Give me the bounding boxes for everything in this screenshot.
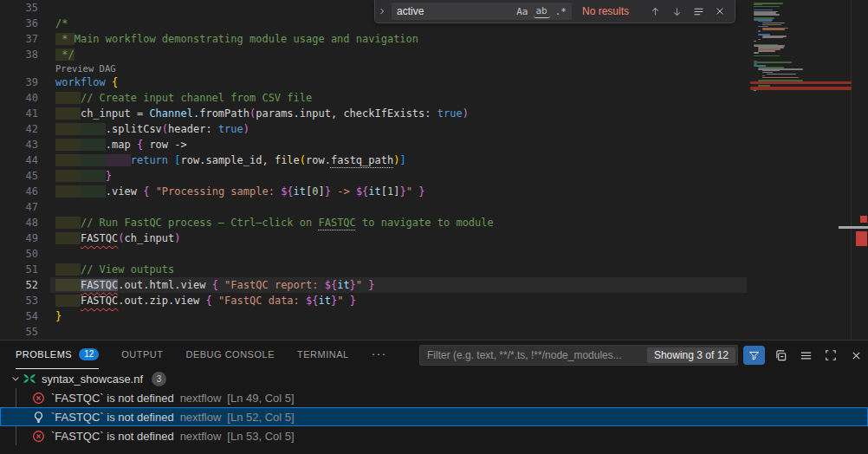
more-actions-button[interactable]: ···	[372, 346, 387, 364]
minimap-line	[754, 55, 780, 57]
minimap-line	[762, 75, 765, 77]
close-panel-button[interactable]	[846, 346, 865, 365]
problem-location: [Ln 53, Col 5]	[227, 430, 294, 443]
code-text: // Run FastQC process – Ctrl–click on FA…	[50, 215, 494, 230]
minimap[interactable]	[750, 0, 852, 340]
minimap-line	[762, 37, 783, 39]
code-line[interactable]: 47	[0, 199, 750, 215]
code-line[interactable]: 54}	[0, 308, 750, 324]
code-text: .view { "Processing sample: ${it[0]} -> …	[50, 184, 424, 199]
file-name: syntax_showcase.nf	[42, 373, 143, 386]
problem-row[interactable]: `FASTQC` is not definednextflow[Ln 49, C…	[0, 388, 868, 407]
minimap-line	[754, 14, 780, 16]
code-line[interactable]: 42 .splitCsv(header: true)	[0, 121, 750, 137]
codelens-label[interactable]: Preview DAG	[50, 63, 116, 74]
code-line[interactable]: 39workflow {	[0, 75, 750, 90]
minimap-line	[754, 90, 756, 92]
close-find-button[interactable]	[712, 3, 728, 19]
code-line[interactable]: 43 .map { row ->	[0, 137, 750, 152]
code-editor[interactable]: 3536/*37 * Main workflow demonstrating m…	[0, 0, 868, 340]
ruler-error-marker	[860, 216, 867, 223]
problem-message: `FASTQC` is not defined	[51, 430, 174, 443]
minimap-line	[762, 29, 785, 30]
code-line[interactable]: 37 * Main workflow demonstrating module …	[0, 31, 750, 47]
problem-source: nextflow	[180, 392, 222, 405]
line-number: 37	[0, 33, 50, 45]
toggle-replace-button[interactable]	[375, 0, 389, 23]
minimap-line	[754, 41, 756, 42]
code-line[interactable]: 52 FASTQC.out.html.view { "FastQC report…	[0, 277, 750, 293]
overview-ruler[interactable]	[852, 0, 868, 340]
vscode-window: 3536/*37 * Main workflow demonstrating m…	[0, 0, 868, 454]
code-line[interactable]: 38 */	[0, 47, 750, 62]
code-line[interactable]: 55	[0, 324, 750, 340]
code-line[interactable]: 51 // View outputs	[0, 262, 750, 277]
find-widget: Aa ab .* No results	[374, 0, 735, 23]
panel-controls: Showing 3 of 12	[419, 345, 865, 366]
tab-debug-console[interactable]: DEBUG CONSOLE	[186, 340, 275, 369]
line-number: 43	[0, 139, 50, 151]
panel-tab-bar: PROBLEMS12OUTPUTDEBUG CONSOLETERMINAL ··…	[0, 340, 868, 369]
code-line[interactable]: 44 return [row.sample_id, file(row.fastq…	[0, 152, 750, 168]
problem-row[interactable]: `FASTQC` is not definednextflow[Ln 53, C…	[0, 426, 868, 445]
ruler-cursor-marker	[839, 226, 868, 229]
minimap-line	[754, 52, 759, 54]
code-line[interactable]: 53 FASTQC.out.zip.view { "FastQC data: $…	[0, 293, 750, 308]
code-line[interactable]: 40 // Create input channel from CSV file	[0, 90, 750, 106]
line-number: 48	[0, 217, 50, 229]
tab-terminal[interactable]: TERMINAL	[297, 340, 349, 369]
minimap-line	[758, 30, 761, 32]
line-number: 53	[0, 295, 50, 307]
problem-row[interactable]: `FASTQC` is not definednextflow[Ln 52, C…	[0, 407, 868, 426]
find-in-selection-button[interactable]	[690, 3, 706, 19]
code-text: workflow {	[50, 75, 118, 90]
problems-filter-input[interactable]	[420, 349, 645, 361]
code-line[interactable]: 41 ch_input = Channel.fromPath(params.in…	[0, 106, 750, 121]
collapse-all-button[interactable]	[771, 346, 790, 365]
ruler-error-marker	[856, 231, 867, 246]
minimap-line	[754, 62, 792, 63]
whole-word-toggle[interactable]: ab	[534, 4, 550, 18]
code-line[interactable]: 45 }	[0, 168, 750, 184]
minimap-line	[758, 39, 761, 41]
problems-tree: syntax_showcase.nf 3 `FASTQC` is not def…	[0, 369, 868, 445]
problems-file-row[interactable]: syntax_showcase.nf 3	[0, 369, 868, 388]
lightbulb-icon	[31, 410, 45, 424]
next-match-button[interactable]	[669, 3, 684, 19]
chevron-down-icon	[9, 372, 23, 386]
match-case-toggle[interactable]: Aa	[514, 5, 530, 18]
code-text: return [row.sample_id, file(row.fastq_pa…	[50, 152, 406, 168]
line-number: 40	[0, 92, 50, 104]
code-line[interactable]: 48 // Run FastQC process – Ctrl–click on…	[0, 215, 750, 230]
maximize-panel-button[interactable]	[821, 346, 840, 365]
problem-location: [Ln 52, Col 5]	[227, 411, 294, 424]
code-text: ch_input = Channel.fromPath(params.input…	[50, 106, 469, 121]
code-line[interactable]: 46 .view { "Processing sample: ${it[0]} …	[0, 184, 750, 199]
problem-location: [Ln 49, Col 5]	[227, 392, 294, 405]
minimap-error-marker	[750, 88, 852, 91]
find-results-status: No results	[582, 5, 629, 17]
bottom-panel: PROBLEMS12OUTPUTDEBUG CONSOLETERMINAL ··…	[0, 340, 868, 454]
regex-toggle[interactable]: .*	[553, 5, 569, 18]
code-line[interactable]: 49 FASTQC(ch_input)	[0, 230, 750, 246]
tab-label: OUTPUT	[121, 349, 163, 360]
code-lines[interactable]: 3536/*37 * Main workflow demonstrating m…	[0, 0, 750, 340]
line-number: 49	[0, 232, 50, 244]
view-as-table-button[interactable]	[796, 346, 815, 365]
line-number: 52	[0, 279, 50, 291]
code-text: FASTQC.out.zip.view { "FastQC data: ${it…	[50, 293, 356, 308]
code-text: .map { row ->	[50, 137, 187, 152]
code-text: FASTQC.out.html.view { "FastQC report: $…	[50, 277, 375, 293]
error-icon	[31, 429, 45, 443]
tab-problems[interactable]: PROBLEMS12	[16, 340, 99, 369]
find-input[interactable]	[392, 5, 514, 17]
filter-toggle-button[interactable]	[743, 346, 765, 365]
code-line[interactable]: 50	[0, 246, 750, 262]
tab-output[interactable]: OUTPUT	[121, 340, 163, 369]
nextflow-file-icon	[23, 372, 36, 386]
codelens-row[interactable]: Preview DAG	[0, 62, 750, 75]
line-number: 42	[0, 123, 50, 135]
previous-match-button[interactable]	[647, 3, 663, 19]
line-number: 51	[0, 263, 50, 276]
code-text: // Create input channel from CSV file	[50, 90, 312, 106]
